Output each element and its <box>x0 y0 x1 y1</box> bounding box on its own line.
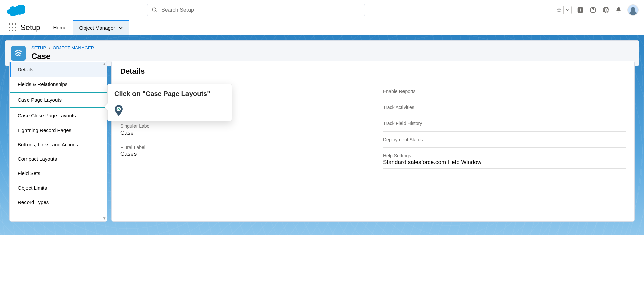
gear-icon[interactable] <box>602 6 610 14</box>
field-deployment-status: Deployment Status <box>383 134 626 148</box>
field-value: Cases <box>120 151 363 157</box>
favorite-star-icon[interactable] <box>555 6 563 14</box>
field-label: Track Field History <box>383 121 626 126</box>
nav-tab-home[interactable]: Home <box>47 20 73 35</box>
breadcrumb-parent[interactable]: OBJECT MANAGER <box>53 45 94 50</box>
field-label: Enable Reports <box>383 89 626 94</box>
sidebar-item-label: Lightning Record Pages <box>18 127 71 133</box>
sidebar-item-case-page-layouts[interactable]: Case Page Layouts <box>9 92 107 108</box>
app-launcher-icon <box>9 23 17 32</box>
scroll-down-icon[interactable]: ▼ <box>102 216 106 221</box>
app-name: Setup <box>21 23 40 32</box>
field-track-field-history: Track Field History <box>383 118 626 132</box>
app-launcher[interactable]: Setup <box>0 20 47 35</box>
sidebar-item-record-types[interactable]: Record Types <box>10 195 107 209</box>
sidebar-item-label: Object Limits <box>18 185 47 191</box>
page-title: Case <box>31 52 94 61</box>
global-header <box>0 0 644 20</box>
field-track-activities: Track Activities <box>383 102 626 115</box>
tutorial-callout: Click on "Case Page Layouts" G <box>107 84 232 121</box>
sidebar-item-object-limits[interactable]: Object Limits <box>10 181 107 195</box>
field-help-settings: Help Settings Standard salesforce.com He… <box>383 150 626 169</box>
field-label: Track Activities <box>383 105 626 110</box>
breadcrumb-root[interactable]: SETUP <box>31 45 46 50</box>
field-label: Deployment Status <box>383 137 626 142</box>
context-band: SETUP › OBJECT MANAGER Case ▲ Details Fi… <box>0 35 644 235</box>
sidebar-item-label: Buttons, Links, and Actions <box>18 142 78 147</box>
sidebar-item-lightning-record-pages[interactable]: Lightning Record Pages <box>10 123 107 137</box>
nav-tab-label: Home <box>53 24 67 30</box>
app-nav-bar: Setup Home Object Manager <box>0 20 644 35</box>
sidebar-item-buttons-links-actions[interactable]: Buttons, Links, and Actions <box>10 137 107 152</box>
nav-tabs: Home Object Manager <box>47 20 130 35</box>
svg-point-0 <box>152 8 156 11</box>
field-enable-reports: Enable Reports <box>383 86 626 99</box>
svg-marker-2 <box>557 8 561 12</box>
svg-text:G: G <box>117 107 120 111</box>
favorites-dropdown-icon[interactable] <box>563 6 571 14</box>
svg-line-1 <box>155 11 157 12</box>
field-value: Case <box>120 130 363 136</box>
notification-bell-icon[interactable] <box>614 6 623 14</box>
sidebar-item-label: Compact Layouts <box>18 156 57 162</box>
field-label: Plural Label <box>120 145 363 150</box>
salesforce-logo <box>5 3 25 17</box>
header-utilities <box>555 4 639 16</box>
breadcrumb: SETUP › OBJECT MANAGER <box>31 45 94 50</box>
field-label: Help Settings <box>383 153 626 158</box>
sidebar-item-details[interactable]: Details <box>10 62 107 77</box>
add-icon[interactable] <box>576 6 584 14</box>
favorites-group <box>555 6 572 14</box>
object-sidebar: ▲ Details Fields & Relationships Case Pa… <box>9 61 107 222</box>
sidebar-item-field-sets[interactable]: Field Sets <box>10 166 107 181</box>
sidebar-item-label: Case Close Page Layouts <box>18 113 76 118</box>
sidebar-item-label: Case Page Layouts <box>18 97 62 103</box>
help-icon[interactable] <box>589 6 597 14</box>
field-value: Standard salesforce.com Help Window <box>383 159 626 166</box>
sidebar-item-label: Field Sets <box>18 170 40 176</box>
sidebar-item-case-close-page-layouts[interactable]: Case Close Page Layouts <box>10 108 107 123</box>
search-input[interactable] <box>147 4 365 16</box>
callout-title: Click on "Case Page Layouts" <box>114 90 225 98</box>
main-area: ▲ Details Fields & Relationships Case Pa… <box>9 61 635 222</box>
sidebar-item-fields-relationships[interactable]: Fields & Relationships <box>10 77 107 91</box>
chevron-down-icon[interactable] <box>118 25 123 30</box>
global-search <box>147 4 365 16</box>
object-icon <box>11 46 26 61</box>
nav-tab-object-manager[interactable]: Object Manager <box>73 20 130 35</box>
field-plural-label: Plural Label Cases <box>120 142 363 160</box>
scroll-up-icon[interactable]: ▲ <box>102 62 106 66</box>
sidebar-item-label: Details <box>18 67 33 72</box>
user-avatar[interactable] <box>627 4 639 16</box>
details-title: Details <box>120 67 626 76</box>
nav-tab-label: Object Manager <box>79 25 115 31</box>
svg-point-5 <box>593 11 593 11</box>
field-label: Singular Label <box>120 123 363 129</box>
map-pin-icon: G <box>114 105 123 116</box>
sidebar-item-label: Fields & Relationships <box>18 81 67 87</box>
field-singular-label: Singular Label Case <box>120 121 363 139</box>
sidebar-item-compact-layouts[interactable]: Compact Layouts <box>10 152 107 166</box>
sidebar-item-label: Record Types <box>18 199 49 205</box>
breadcrumb-separator: › <box>49 45 50 50</box>
search-icon <box>152 7 158 13</box>
